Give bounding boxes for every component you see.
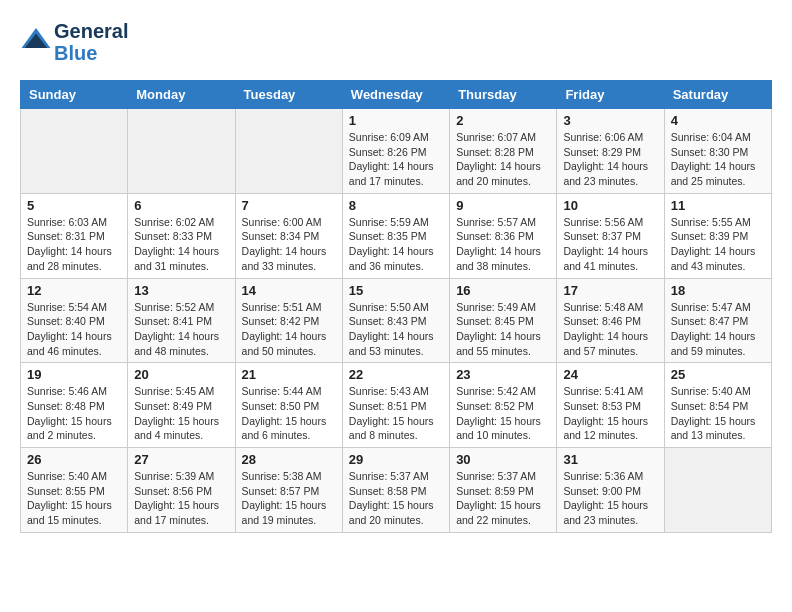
day-number: 1 [349, 113, 443, 128]
day-number: 15 [349, 283, 443, 298]
day-detail: Sunrise: 6:09 AM Sunset: 8:26 PM Dayligh… [349, 130, 443, 189]
day-number: 30 [456, 452, 550, 467]
day-header-tuesday: Tuesday [235, 81, 342, 109]
day-detail: Sunrise: 6:04 AM Sunset: 8:30 PM Dayligh… [671, 130, 765, 189]
day-number: 5 [27, 198, 121, 213]
day-detail: Sunrise: 5:39 AM Sunset: 8:56 PM Dayligh… [134, 469, 228, 528]
calendar-cell: 1Sunrise: 6:09 AM Sunset: 8:26 PM Daylig… [342, 109, 449, 194]
calendar-cell: 9Sunrise: 5:57 AM Sunset: 8:36 PM Daylig… [450, 193, 557, 278]
calendar-cell: 6Sunrise: 6:02 AM Sunset: 8:33 PM Daylig… [128, 193, 235, 278]
calendar-cell: 10Sunrise: 5:56 AM Sunset: 8:37 PM Dayli… [557, 193, 664, 278]
day-number: 13 [134, 283, 228, 298]
calendar-header-row: SundayMondayTuesdayWednesdayThursdayFrid… [21, 81, 772, 109]
day-number: 22 [349, 367, 443, 382]
day-number: 29 [349, 452, 443, 467]
calendar-week-4: 19Sunrise: 5:46 AM Sunset: 8:48 PM Dayli… [21, 363, 772, 448]
calendar-cell: 4Sunrise: 6:04 AM Sunset: 8:30 PM Daylig… [664, 109, 771, 194]
day-number: 2 [456, 113, 550, 128]
day-number: 3 [563, 113, 657, 128]
calendar-cell: 11Sunrise: 5:55 AM Sunset: 8:39 PM Dayli… [664, 193, 771, 278]
day-detail: Sunrise: 5:37 AM Sunset: 8:59 PM Dayligh… [456, 469, 550, 528]
calendar-cell: 12Sunrise: 5:54 AM Sunset: 8:40 PM Dayli… [21, 278, 128, 363]
calendar-cell [21, 109, 128, 194]
day-number: 19 [27, 367, 121, 382]
logo-text-line1: General [54, 20, 128, 42]
calendar-cell [235, 109, 342, 194]
calendar-cell: 20Sunrise: 5:45 AM Sunset: 8:49 PM Dayli… [128, 363, 235, 448]
day-number: 18 [671, 283, 765, 298]
calendar-cell: 25Sunrise: 5:40 AM Sunset: 8:54 PM Dayli… [664, 363, 771, 448]
day-number: 14 [242, 283, 336, 298]
calendar-cell: 16Sunrise: 5:49 AM Sunset: 8:45 PM Dayli… [450, 278, 557, 363]
calendar-cell: 29Sunrise: 5:37 AM Sunset: 8:58 PM Dayli… [342, 448, 449, 533]
calendar-cell [128, 109, 235, 194]
day-number: 23 [456, 367, 550, 382]
day-detail: Sunrise: 5:56 AM Sunset: 8:37 PM Dayligh… [563, 215, 657, 274]
day-number: 24 [563, 367, 657, 382]
calendar-table: SundayMondayTuesdayWednesdayThursdayFrid… [20, 80, 772, 533]
day-number: 31 [563, 452, 657, 467]
calendar-cell: 18Sunrise: 5:47 AM Sunset: 8:47 PM Dayli… [664, 278, 771, 363]
day-number: 25 [671, 367, 765, 382]
day-detail: Sunrise: 5:44 AM Sunset: 8:50 PM Dayligh… [242, 384, 336, 443]
calendar-cell: 27Sunrise: 5:39 AM Sunset: 8:56 PM Dayli… [128, 448, 235, 533]
day-number: 4 [671, 113, 765, 128]
day-number: 7 [242, 198, 336, 213]
page-header: General Blue [20, 20, 772, 64]
day-number: 9 [456, 198, 550, 213]
day-detail: Sunrise: 6:00 AM Sunset: 8:34 PM Dayligh… [242, 215, 336, 274]
calendar-week-5: 26Sunrise: 5:40 AM Sunset: 8:55 PM Dayli… [21, 448, 772, 533]
calendar-cell: 28Sunrise: 5:38 AM Sunset: 8:57 PM Dayli… [235, 448, 342, 533]
day-header-friday: Friday [557, 81, 664, 109]
calendar-cell: 8Sunrise: 5:59 AM Sunset: 8:35 PM Daylig… [342, 193, 449, 278]
calendar-cell: 5Sunrise: 6:03 AM Sunset: 8:31 PM Daylig… [21, 193, 128, 278]
calendar-week-1: 1Sunrise: 6:09 AM Sunset: 8:26 PM Daylig… [21, 109, 772, 194]
day-number: 8 [349, 198, 443, 213]
day-detail: Sunrise: 5:48 AM Sunset: 8:46 PM Dayligh… [563, 300, 657, 359]
calendar-cell: 14Sunrise: 5:51 AM Sunset: 8:42 PM Dayli… [235, 278, 342, 363]
day-detail: Sunrise: 5:59 AM Sunset: 8:35 PM Dayligh… [349, 215, 443, 274]
logo-text-line2: Blue [54, 42, 128, 64]
calendar-cell: 26Sunrise: 5:40 AM Sunset: 8:55 PM Dayli… [21, 448, 128, 533]
day-detail: Sunrise: 6:03 AM Sunset: 8:31 PM Dayligh… [27, 215, 121, 274]
day-header-thursday: Thursday [450, 81, 557, 109]
day-detail: Sunrise: 5:46 AM Sunset: 8:48 PM Dayligh… [27, 384, 121, 443]
day-detail: Sunrise: 5:52 AM Sunset: 8:41 PM Dayligh… [134, 300, 228, 359]
calendar-cell: 2Sunrise: 6:07 AM Sunset: 8:28 PM Daylig… [450, 109, 557, 194]
calendar-cell: 24Sunrise: 5:41 AM Sunset: 8:53 PM Dayli… [557, 363, 664, 448]
day-detail: Sunrise: 5:54 AM Sunset: 8:40 PM Dayligh… [27, 300, 121, 359]
day-detail: Sunrise: 5:43 AM Sunset: 8:51 PM Dayligh… [349, 384, 443, 443]
day-detail: Sunrise: 5:50 AM Sunset: 8:43 PM Dayligh… [349, 300, 443, 359]
day-detail: Sunrise: 5:40 AM Sunset: 8:54 PM Dayligh… [671, 384, 765, 443]
day-number: 10 [563, 198, 657, 213]
calendar-cell: 21Sunrise: 5:44 AM Sunset: 8:50 PM Dayli… [235, 363, 342, 448]
day-detail: Sunrise: 5:51 AM Sunset: 8:42 PM Dayligh… [242, 300, 336, 359]
calendar-cell: 7Sunrise: 6:00 AM Sunset: 8:34 PM Daylig… [235, 193, 342, 278]
calendar-cell: 31Sunrise: 5:36 AM Sunset: 9:00 PM Dayli… [557, 448, 664, 533]
day-header-monday: Monday [128, 81, 235, 109]
calendar-cell: 22Sunrise: 5:43 AM Sunset: 8:51 PM Dayli… [342, 363, 449, 448]
day-header-wednesday: Wednesday [342, 81, 449, 109]
day-number: 20 [134, 367, 228, 382]
day-detail: Sunrise: 5:41 AM Sunset: 8:53 PM Dayligh… [563, 384, 657, 443]
day-detail: Sunrise: 6:07 AM Sunset: 8:28 PM Dayligh… [456, 130, 550, 189]
day-number: 16 [456, 283, 550, 298]
day-number: 17 [563, 283, 657, 298]
calendar-cell: 23Sunrise: 5:42 AM Sunset: 8:52 PM Dayli… [450, 363, 557, 448]
day-detail: Sunrise: 5:45 AM Sunset: 8:49 PM Dayligh… [134, 384, 228, 443]
day-number: 12 [27, 283, 121, 298]
calendar-cell: 19Sunrise: 5:46 AM Sunset: 8:48 PM Dayli… [21, 363, 128, 448]
calendar-cell: 15Sunrise: 5:50 AM Sunset: 8:43 PM Dayli… [342, 278, 449, 363]
calendar-week-3: 12Sunrise: 5:54 AM Sunset: 8:40 PM Dayli… [21, 278, 772, 363]
day-number: 11 [671, 198, 765, 213]
calendar-cell: 30Sunrise: 5:37 AM Sunset: 8:59 PM Dayli… [450, 448, 557, 533]
calendar-week-2: 5Sunrise: 6:03 AM Sunset: 8:31 PM Daylig… [21, 193, 772, 278]
day-detail: Sunrise: 5:36 AM Sunset: 9:00 PM Dayligh… [563, 469, 657, 528]
logo: General Blue [20, 20, 128, 64]
day-detail: Sunrise: 5:40 AM Sunset: 8:55 PM Dayligh… [27, 469, 121, 528]
day-header-sunday: Sunday [21, 81, 128, 109]
logo-icon [20, 24, 52, 56]
day-detail: Sunrise: 5:38 AM Sunset: 8:57 PM Dayligh… [242, 469, 336, 528]
day-detail: Sunrise: 5:47 AM Sunset: 8:47 PM Dayligh… [671, 300, 765, 359]
calendar-cell [664, 448, 771, 533]
